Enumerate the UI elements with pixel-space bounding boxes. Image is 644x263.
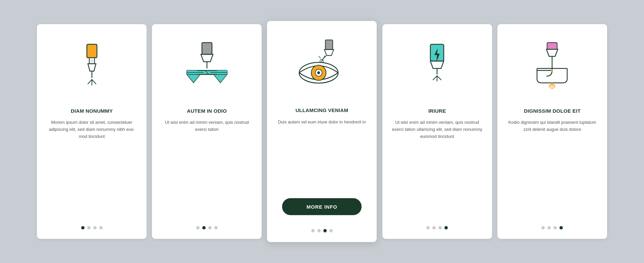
svg-marker-8 <box>201 54 213 62</box>
laser-cutter-green-icon <box>183 41 230 95</box>
card-4-dots <box>426 219 448 229</box>
dot-4-1 <box>432 226 436 229</box>
card-5-body: Kodio dignissim qui blandit praesent lup… <box>505 119 599 219</box>
icon-area-1 <box>45 34 139 101</box>
dot-1-3 <box>99 226 103 229</box>
card-5-dots <box>541 219 563 229</box>
laser-pipe-icon <box>530 41 574 95</box>
card-1-body: Morem ipsum dolor sit amet, consectetuer… <box>45 119 139 219</box>
svg-marker-36 <box>546 49 558 56</box>
icon-area-3 <box>275 31 369 100</box>
svg-marker-16 <box>187 74 200 83</box>
dot-2-2 <box>208 226 212 229</box>
dot-4-3 <box>444 226 448 229</box>
svg-point-41 <box>551 69 553 71</box>
dot-5-1 <box>547 226 551 229</box>
svg-marker-2 <box>88 64 96 71</box>
laser-tool-orange-icon <box>75 41 109 95</box>
dot-2-0 <box>196 226 200 229</box>
svg-line-6 <box>92 80 96 84</box>
card-2: AUTEM IN ODIO Ut wisi enim ad minim veni… <box>152 24 262 239</box>
svg-rect-35 <box>547 43 557 49</box>
svg-rect-1 <box>89 58 95 64</box>
card-1: DIAM NONUMMY Morem ipsum dolor sit amet,… <box>37 24 147 239</box>
cards-container: DIAM NONUMMY Morem ipsum dolor sit amet,… <box>37 24 607 239</box>
svg-line-4 <box>88 80 92 84</box>
card-4-title: IRIURE <box>428 108 446 114</box>
dot-3-3 <box>329 229 333 232</box>
dot-1-0 <box>81 226 85 229</box>
svg-line-34 <box>437 76 441 80</box>
card-3-body: Duis autem vel eum iriure dolor in hendr… <box>278 119 366 191</box>
svg-rect-18 <box>325 40 333 50</box>
svg-line-39 <box>537 73 546 76</box>
card-1-dots <box>81 219 103 229</box>
card-3-title: ULLAMCING VENIAM <box>296 107 348 113</box>
dot-5-3 <box>559 226 563 229</box>
icon-area-5 <box>505 34 599 101</box>
dot-3-1 <box>317 229 321 232</box>
svg-line-32 <box>433 76 437 80</box>
card-5-title: DIGNISSIM DOLOE EIT <box>524 108 581 114</box>
svg-rect-0 <box>87 44 97 58</box>
icon-area-2 <box>160 34 254 101</box>
svg-rect-7 <box>202 43 212 54</box>
dot-4-0 <box>426 226 430 229</box>
icon-area-4 <box>390 34 484 101</box>
dot-3-0 <box>311 229 315 232</box>
svg-line-22 <box>319 56 321 58</box>
card-4-body: Ut wisi enim ad minim veniam, quis nostr… <box>390 119 484 219</box>
dot-1-1 <box>87 226 91 229</box>
dot-2-3 <box>214 226 218 229</box>
card-1-title: DIAM NONUMMY <box>71 108 113 114</box>
card-2-title: AUTEM IN ODIO <box>187 108 227 114</box>
card-5: DIGNISSIM DOLOE EIT Kodio dignissim qui … <box>497 24 607 239</box>
svg-marker-17 <box>214 74 227 83</box>
svg-marker-19 <box>324 50 334 56</box>
eye-laser-icon <box>295 38 349 94</box>
dot-5-2 <box>553 226 557 229</box>
dot-1-2 <box>93 226 97 229</box>
card-4: IRIURE Ut wisi enim ad minim veniam, qui… <box>382 24 492 239</box>
card-3-dots <box>311 222 333 232</box>
card-3: ULLAMCING VENIAM Duis autem vel eum iriu… <box>267 21 377 242</box>
dot-4-2 <box>438 226 442 229</box>
dot-5-0 <box>541 226 545 229</box>
dot-3-2 <box>323 229 327 232</box>
dot-2-1 <box>202 226 206 229</box>
card-2-body: Ut wisi enim ad minim veniam, quis nostr… <box>160 119 254 219</box>
more-info-button[interactable]: MORE INFO <box>282 198 362 215</box>
svg-marker-30 <box>430 61 444 68</box>
card-2-dots <box>196 219 218 229</box>
power-laser-icon <box>420 41 454 95</box>
